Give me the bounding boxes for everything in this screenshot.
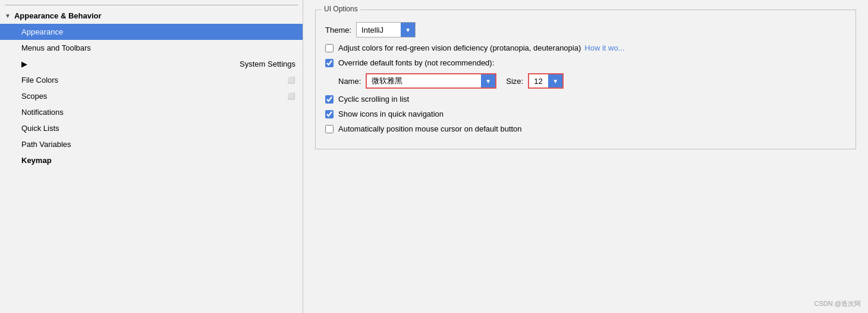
section-keymap-label: Keymap [21, 156, 52, 165]
ui-options-group: UI Options Theme: IntelliJ ▼ Adjust colo… [315, 10, 856, 149]
sidebar-item-label: System Settings [240, 60, 295, 68]
theme-value: IntelliJ [357, 26, 401, 35]
sidebar-item-scopes[interactable]: Scopes ⬜ [0, 88, 303, 104]
sidebar-item-file-colors[interactable]: File Colors ⬜ [0, 72, 303, 88]
font-override-row: Override default fonts by (not recommend… [325, 58, 846, 67]
sidebar-item-appearance[interactable]: Appearance [0, 24, 303, 40]
color-adjust-row: Adjust colors for red-green vision defic… [325, 43, 846, 52]
cyclic-checkbox[interactable] [325, 95, 334, 104]
watermark: CSDN @造次阿 [814, 299, 861, 308]
name-label: Name: [338, 77, 361, 86]
theme-row: Theme: IntelliJ ▼ [325, 22, 846, 37]
section-arrow: ▼ [5, 12, 11, 19]
sidebar-item-menus-toolbars[interactable]: Menus and Toolbars [0, 40, 303, 56]
font-name-size-row: Name: 微软雅黑 ▼ Size: 12 ▼ [338, 73, 846, 89]
theme-dropdown-arrow[interactable]: ▼ [401, 23, 415, 37]
sidebar-item-label: Path Variables [21, 140, 71, 149]
sidebar-item-label: Scopes [21, 92, 47, 101]
auto-position-label[interactable]: Automatically position mouse cursor on d… [338, 124, 522, 133]
theme-dropdown[interactable]: IntelliJ ▼ [356, 22, 416, 37]
section-label: Appearance & Behavior [14, 11, 102, 20]
show-icons-row: Show icons in quick navigation [325, 109, 846, 118]
font-name-dropdown[interactable]: 微软雅黑 ▼ [366, 73, 496, 89]
sidebar-item-label: Appearance [21, 27, 63, 36]
section-keymap[interactable]: Keymap [0, 152, 303, 167]
font-size-dropdown-btn[interactable]: ▼ [548, 74, 562, 87]
sidebar-item-label: Menus and Toolbars [21, 43, 91, 52]
cyclic-scrolling-row: Cyclic scrolling in list [325, 95, 846, 104]
font-override-label[interactable]: Override default fonts by (not recommend… [338, 58, 494, 67]
file-colors-badge-icon: ⬜ [287, 76, 295, 84]
cyclic-label[interactable]: Cyclic scrolling in list [338, 95, 409, 104]
font-name-value: 微软雅黑 [367, 76, 481, 86]
font-size-value: 12 [529, 77, 548, 86]
scopes-badge-icon: ⬜ [287, 92, 295, 100]
auto-position-checkbox[interactable] [325, 125, 334, 133]
main-panel: UI Options Theme: IntelliJ ▼ Adjust colo… [303, 0, 868, 313]
color-adjust-label[interactable]: Adjust colors for red-green vision defic… [338, 43, 581, 52]
sidebar-item-system-settings[interactable]: ▶ System Settings [0, 56, 303, 72]
sidebar-item-quick-lists[interactable]: Quick Lists [0, 120, 303, 136]
font-size-dropdown[interactable]: 12 ▼ [528, 73, 564, 89]
sidebar-item-notifications[interactable]: Notifications [0, 104, 303, 120]
size-label: Size: [506, 77, 523, 86]
top-divider [5, 5, 298, 5]
show-icons-label[interactable]: Show icons in quick navigation [338, 109, 444, 118]
sidebar-item-label: Notifications [21, 108, 64, 117]
show-icons-checkbox[interactable] [325, 110, 334, 118]
auto-position-row: Automatically position mouse cursor on d… [325, 124, 846, 133]
section-appearance-behavior[interactable]: ▼ Appearance & Behavior [0, 8, 303, 24]
sidebar-item-label: File Colors [21, 76, 58, 84]
font-override-checkbox[interactable] [325, 59, 334, 67]
sidebar-item-path-variables[interactable]: Path Variables [0, 136, 303, 152]
sidebar-item-label: Quick Lists [21, 124, 59, 133]
how-it-works-link[interactable]: How it wo... [584, 43, 624, 52]
group-label: UI Options [322, 5, 360, 13]
color-adjust-checkbox[interactable] [325, 44, 334, 52]
font-name-dropdown-btn[interactable]: ▼ [481, 74, 495, 87]
system-settings-arrow: ▶ [21, 60, 27, 68]
settings-sidebar: ▼ Appearance & Behavior Appearance Menus… [0, 0, 303, 313]
theme-label: Theme: [325, 26, 351, 35]
